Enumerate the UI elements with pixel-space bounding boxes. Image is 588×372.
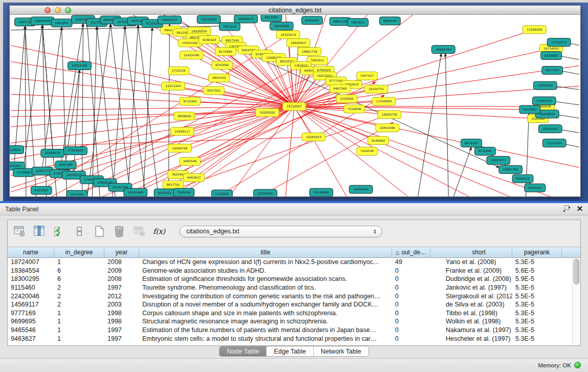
network-node[interactable]: 19218986 [270,22,293,30]
network-node[interactable]: 20691406 [31,17,54,25]
network-node[interactable]: 18300295 [255,108,279,117]
table-row[interactable]: 1456911722003Disruption of a novel membe… [8,300,572,309]
table-row[interactable]: 2242004622012Investigating the contribut… [8,292,572,300]
network-node[interactable]: 1115686 [13,168,34,177]
vertical-scrollbar[interactable] [572,258,580,345]
network-node[interactable]: 20206576 [41,149,64,158]
network-node[interactable]: 16459841 [349,185,373,193]
column-header-out_de[interactable]: △out_de… [392,247,430,257]
network-node[interactable]: 8813054 [261,15,282,21]
network-node[interactable]: 9135466 [475,147,496,156]
network-node[interactable]: 9465546 [180,157,201,165]
network-canvas[interactable]: 1872400786011238912954182260589827508105… [10,15,580,196]
tab-network-table[interactable]: Network Table [314,346,368,356]
network-node[interactable]: 12444154 [532,97,556,105]
network-node[interactable]: 2718126 [168,67,189,75]
delete-icon[interactable] [113,225,126,238]
network-node[interactable]: 18724007 [282,102,306,111]
network-node[interactable]: 1753944 [211,190,232,196]
network-node[interactable]: 15751074 [547,38,571,47]
network-node[interactable]: 11548408 [522,26,546,34]
network-node[interactable]: 7857224 [219,23,240,31]
minimize-window-button[interactable] [55,7,61,13]
network-node[interactable]: 18325419 [276,31,300,39]
network-node[interactable]: 8215953 [519,105,540,114]
network-node[interactable]: 16046756 [168,144,191,152]
function-builder-icon[interactable]: f(x) [153,225,166,238]
table-row[interactable]: 946362711997Embryonic stem cells: a mode… [8,334,572,343]
new-document-icon[interactable] [93,225,106,238]
column-header-year[interactable]: year [104,247,139,257]
column-header-short[interactable]: short [430,247,512,257]
network-node[interactable]: 18640910 [287,39,310,47]
network-node[interactable]: 19384554 [302,133,325,141]
network-node[interactable]: 9175685 [215,48,236,56]
table-row[interactable]: 977716911998Corpus callosum shape and si… [8,309,572,318]
network-node[interactable]: 18959758 [378,111,401,119]
network-node[interactable]: 7224046 [357,147,378,156]
table-selector-dropdown[interactable]: citations_edges.txt ▲▼ [180,226,382,237]
network-node[interactable]: 1981281 [51,19,72,27]
network-node[interactable]: 12093832 [533,81,557,90]
table-row[interactable]: 969969511998Structural magnetic resonanc… [8,317,572,326]
table-settings-icon[interactable] [13,225,26,238]
network-node[interactable]: 7524046 [344,105,365,113]
network-node[interactable]: 9245052 [154,189,175,196]
network-node[interactable]: 16953496 [376,124,399,132]
network-node[interactable]: 9857791 [163,181,184,189]
network-node[interactable]: 9155505 [31,186,52,194]
network-node[interactable]: 2803144 [208,74,229,82]
network-node[interactable]: 1517353 [67,190,88,196]
network-node[interactable]: 12213343 [161,82,185,90]
table-row[interactable]: 1830029562008Estimation of significance … [8,275,572,283]
network-node[interactable]: 9699695 [174,112,195,120]
network-node[interactable]: 10843137 [158,16,182,24]
close-window-button[interactable] [45,7,51,13]
network-node[interactable]: 16961758 [298,48,321,56]
network-node[interactable]: 16648784 [431,46,455,54]
network-node[interactable]: 18945071 [487,156,510,164]
table-row[interactable]: 1872400712008Changes of HCN gene express… [8,258,572,267]
network-node[interactable]: 16846157 [234,15,258,23]
column-header-pagerank[interactable]: pagerank [512,247,562,257]
tab-edge-table[interactable]: Edge Table [267,346,313,356]
zoom-window-button[interactable] [65,7,71,13]
network-node[interactable]: 6879197 [461,139,482,147]
network-node[interactable]: 16033809 [197,15,221,24]
select-rows-icon[interactable] [53,225,66,238]
table-row[interactable]: 1938455462009Genome-wide association stu… [8,267,572,275]
network-node[interactable]: 12923448 [124,188,147,196]
table-row[interactable]: 911546021997Tourette syndrome. Phenomeno… [8,283,572,292]
network-node[interactable]: 2510659 [10,146,24,154]
network-node[interactable]: 1047427 [357,72,378,80]
network-node[interactable]: 22420046 [180,51,203,59]
network-node[interactable]: 8427552 [204,86,225,95]
network-node[interactable]: 9097588 [55,161,76,169]
column-header-name[interactable]: name [8,247,54,257]
column-header-title[interactable]: title [139,247,392,257]
network-node[interactable]: 7481913 [347,18,368,27]
network-node[interactable]: 2316440 [336,95,357,103]
network-node[interactable]: 14569117 [170,127,194,136]
network-node[interactable]: 6865140 [380,17,401,25]
network-node[interactable]: 17359928 [64,147,88,155]
network-node[interactable]: 16104751 [364,85,388,93]
network-node[interactable]: 15345451 [253,189,277,196]
network-node[interactable]: 8461640 [301,16,322,25]
table-row[interactable]: 946554611997Estimation of the future num… [8,326,572,335]
network-node[interactable]: 10951482 [499,165,522,173]
toggle-rows-icon[interactable] [73,225,86,238]
network-graph[interactable]: 1872400786011238912954182260589827508105… [10,15,580,196]
close-panel-icon[interactable]: ✕ [576,205,583,212]
scrollbar-thumb[interactable] [574,259,579,285]
column-header-in_degree[interactable]: in_degree [54,247,104,257]
network-node[interactable]: 8186328 [199,36,220,44]
network-node[interactable]: 12146690 [310,188,333,196]
network-node[interactable]: 7246594 [173,188,194,196]
network-window-titlebar[interactable]: citations_edges.txt [10,6,580,15]
network-node[interactable]: 15692931 [538,125,562,133]
column-selector-icon[interactable] [33,225,46,238]
network-node[interactable]: 20053346 [68,61,92,70]
network-node[interactable]: 12103454 [542,139,566,147]
network-node[interactable]: 9227343 [542,66,563,74]
